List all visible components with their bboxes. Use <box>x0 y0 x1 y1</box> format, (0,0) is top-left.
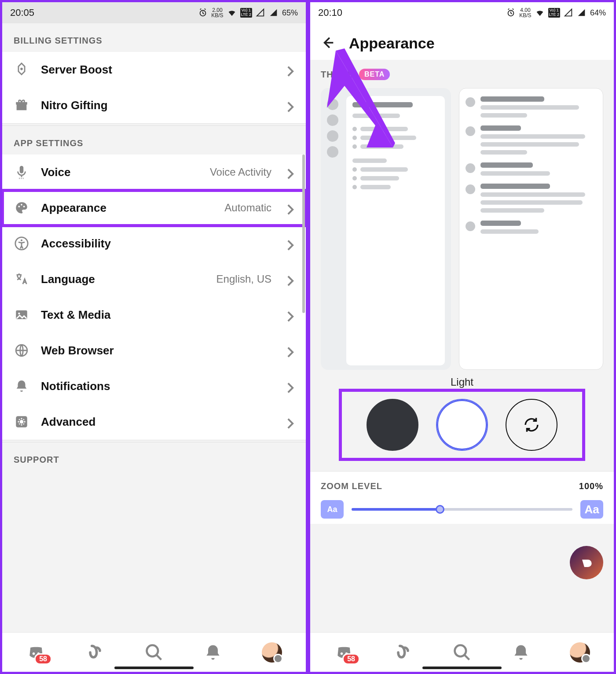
nav-notifications[interactable] <box>200 639 226 666</box>
accessibility-icon <box>14 236 29 251</box>
svg-point-15 <box>20 420 24 424</box>
home-handle[interactable] <box>114 667 194 669</box>
bell-icon <box>14 378 29 394</box>
boost-icon <box>14 62 29 77</box>
status-time: 20:10 <box>318 7 342 18</box>
svg-point-12 <box>18 313 20 314</box>
status-time: 20:05 <box>10 7 34 18</box>
image-icon <box>14 307 29 323</box>
svg-point-16 <box>147 645 158 656</box>
signal-icon <box>564 8 573 18</box>
row-server-boost[interactable]: Server Boost <box>2 52 306 88</box>
signal-icon <box>256 8 265 18</box>
row-web-browser[interactable]: Web Browser <box>2 333 306 368</box>
nav-badge: 58 <box>34 653 52 665</box>
preview-light-sidebar[interactable] <box>321 88 451 370</box>
chevron-right-icon <box>286 382 294 390</box>
wifi-icon <box>227 8 237 18</box>
svg-rect-3 <box>17 104 27 110</box>
zoom-header: ZOOM LEVEL <box>321 481 382 491</box>
row-notifications[interactable]: Notifications <box>2 368 306 404</box>
preview-light-chat[interactable] <box>459 88 603 370</box>
nav-home[interactable]: 58 <box>331 639 357 666</box>
language-icon <box>14 271 29 287</box>
nav-notifications[interactable] <box>508 639 534 666</box>
bell-icon <box>203 643 223 662</box>
nitro-icon <box>578 554 595 571</box>
home-handle[interactable] <box>422 667 502 669</box>
voice-value: Voice Activity <box>210 166 271 178</box>
chevron-right-icon <box>286 346 294 354</box>
chevron-right-icon <box>286 66 294 74</box>
chevron-right-icon <box>286 204 294 212</box>
chevron-right-icon <box>286 239 294 247</box>
theme-swatches <box>343 393 581 457</box>
alarm-icon <box>506 8 516 18</box>
nav-home[interactable]: 58 <box>23 639 49 666</box>
svg-point-10 <box>21 239 22 241</box>
appbar: Appearance <box>310 23 614 60</box>
zoom-slider[interactable] <box>352 508 572 511</box>
globe-icon <box>14 343 29 358</box>
battery-pct: 65% <box>282 8 298 18</box>
current-theme-label: Light <box>321 376 603 388</box>
bottom-nav: 58 <box>310 632 614 672</box>
svg-rect-5 <box>20 166 24 173</box>
nav-friends[interactable] <box>390 639 416 666</box>
chevron-right-icon <box>286 101 294 109</box>
signal-icon-2 <box>269 8 279 18</box>
palette-icon <box>14 200 29 216</box>
theme-light[interactable] <box>436 399 488 451</box>
row-appearance[interactable]: Appearance Automatic <box>2 190 306 226</box>
svg-point-21 <box>455 645 466 656</box>
wifi-icon <box>535 8 545 18</box>
row-voice[interactable]: Voice Voice Activity <box>2 155 306 190</box>
status-bar: 20:10 4.00KB/S Vo) 1 LTE 2 64% <box>310 2 614 23</box>
zoom-max-icon[interactable]: Aa <box>580 500 603 519</box>
nav-badge: 58 <box>342 653 360 665</box>
chevron-right-icon <box>286 311 294 319</box>
row-nitro-gifting[interactable]: Nitro Gifting <box>2 88 306 123</box>
search-icon <box>144 643 164 662</box>
gear-box-icon <box>14 414 29 430</box>
wave-icon <box>85 643 105 662</box>
row-accessibility[interactable]: Accessibility <box>2 226 306 261</box>
wave-icon <box>393 643 413 662</box>
section-header-app: APP SETTINGS <box>2 126 306 155</box>
avatar <box>570 642 590 663</box>
page-title: Appearance <box>349 35 435 52</box>
svg-rect-4 <box>16 102 27 105</box>
signal-icon-2 <box>577 8 587 18</box>
section-header-support: SUPPORT <box>2 442 306 471</box>
appearance-screen: 20:10 4.00KB/S Vo) 1 LTE 2 64% Appearanc… <box>308 0 616 674</box>
alarm-icon <box>198 8 208 18</box>
lte-badge: Vo) 1 LTE 2 <box>240 8 252 18</box>
theme-previews <box>321 88 603 370</box>
svg-point-8 <box>23 206 25 207</box>
nav-friends[interactable] <box>82 639 108 666</box>
row-text-media[interactable]: Text & Media <box>2 297 306 333</box>
nav-search[interactable] <box>449 639 475 666</box>
theme-sync[interactable] <box>506 399 557 451</box>
zoom-min-icon[interactable]: Aa <box>321 500 344 519</box>
chevron-right-icon <box>286 275 294 283</box>
theme-dark[interactable] <box>367 399 418 451</box>
search-icon <box>452 643 472 662</box>
section-header-billing: BILLING SETTINGS <box>2 23 306 52</box>
avatar <box>262 642 282 663</box>
svg-point-7 <box>21 204 22 206</box>
row-advanced[interactable]: Advanced <box>2 404 306 440</box>
network-speed: 2.00KB/S <box>211 7 223 18</box>
nav-profile[interactable] <box>567 639 593 666</box>
gift-icon <box>14 97 29 113</box>
settings-screen: 20:05 2.00KB/S Vo) 1 LTE 2 65% BILLING S… <box>0 0 308 674</box>
back-button[interactable] <box>321 35 336 52</box>
nitro-fab[interactable] <box>570 546 603 579</box>
bottom-nav: 58 <box>2 632 306 672</box>
row-language[interactable]: Language English, US <box>2 261 306 297</box>
beta-badge: BETA <box>359 69 390 80</box>
nav-profile[interactable] <box>259 639 285 666</box>
appearance-value: Automatic <box>224 202 271 214</box>
scrollbar[interactable] <box>302 155 305 313</box>
nav-search[interactable] <box>141 639 167 666</box>
